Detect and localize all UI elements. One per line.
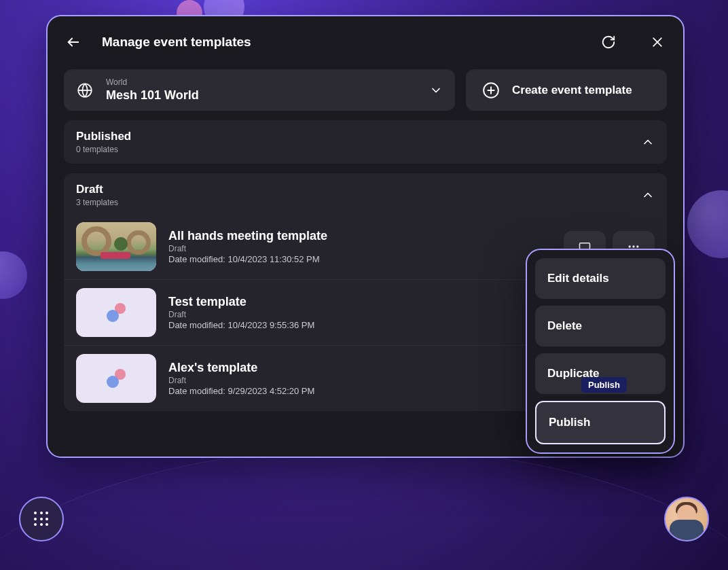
chevron-up-icon: [641, 135, 655, 149]
close-icon: [651, 35, 664, 49]
plus-circle-icon: [482, 82, 500, 99]
top-controls: World Mesh 101 World Create event templa…: [64, 69, 667, 111]
world-label: World: [106, 77, 417, 87]
template-thumbnail: [76, 354, 156, 403]
template-thumbnail: [76, 288, 156, 337]
ctx-edit-details[interactable]: Edit details: [535, 258, 666, 299]
back-button[interactable]: [64, 33, 83, 52]
published-count: 0 templates: [76, 145, 641, 154]
published-section[interactable]: Published 0 templates: [64, 120, 667, 164]
create-template-label: Create event template: [512, 84, 632, 97]
modal-header: Manage event templates: [64, 29, 667, 56]
world-texts: World Mesh 101 World: [106, 77, 417, 103]
app-grid-button[interactable]: [19, 497, 64, 541]
decorative-blob: [0, 251, 27, 299]
modal-title: Manage event templates: [102, 35, 569, 50]
template-status: Draft: [168, 244, 551, 253]
avatar-body: [670, 520, 704, 540]
chevron-up-icon: [641, 188, 655, 202]
grid-icon: [34, 512, 49, 527]
chevron-down-icon: [429, 84, 443, 97]
user-avatar-button[interactable]: [664, 497, 709, 541]
refresh-button[interactable]: [599, 33, 618, 52]
template-name: All hands meeting template: [168, 229, 551, 243]
globe-icon: [76, 82, 94, 99]
draft-count: 3 templates: [76, 198, 641, 207]
arrow-left-icon: [66, 35, 81, 50]
draft-title: Draft: [76, 183, 641, 196]
template-date: Date modified: 10/4/2023 11:30:52 PM: [168, 254, 551, 264]
world-selector[interactable]: World Mesh 101 World: [64, 69, 455, 111]
draft-section-toggle[interactable]: Draft 3 templates: [76, 183, 655, 207]
decorative-blob: [687, 190, 728, 258]
template-thumbnail: [76, 222, 156, 271]
svg-point-11: [636, 245, 638, 247]
svg-point-10: [632, 245, 634, 247]
svg-point-9: [629, 245, 631, 247]
publish-tooltip: Publish: [581, 377, 627, 393]
ctx-publish[interactable]: Publish: [535, 401, 666, 444]
published-title: Published: [76, 130, 641, 143]
ctx-delete[interactable]: Delete: [535, 306, 666, 346]
close-button[interactable]: [648, 33, 667, 52]
refresh-icon: [601, 35, 616, 50]
world-name: Mesh 101 World: [106, 88, 417, 103]
template-context-menu: Edit details Delete Duplicate Publish: [526, 249, 675, 454]
decorative-horizon: [0, 448, 728, 570]
create-template-button[interactable]: Create event template: [466, 69, 667, 111]
